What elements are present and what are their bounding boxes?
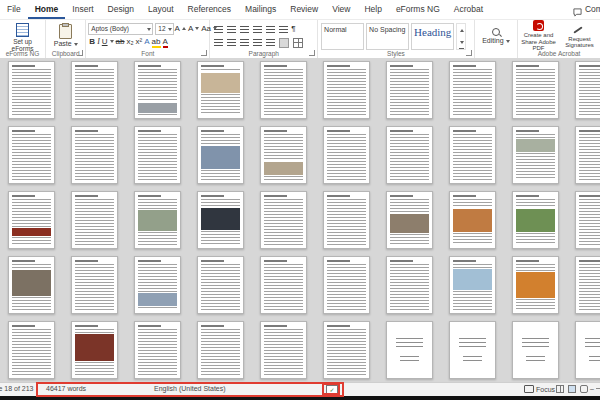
styles-dialog-launcher[interactable] [466,50,472,56]
proofing-icon[interactable]: ✓ [326,385,338,395]
page-indicator[interactable]: Page 18 of 213 [0,385,34,392]
underline-button[interactable]: U [101,36,115,48]
page-thumbnail[interactable] [449,191,496,249]
zoom-slider[interactable] [596,388,600,389]
tab-home[interactable]: Home [28,0,66,19]
scroll-up-icon[interactable] [460,26,464,32]
clipboard-dialog-launcher[interactable] [77,50,83,56]
zoom-out-icon[interactable]: – [590,385,594,392]
page-thumbnail[interactable] [323,61,370,119]
page-thumbnail[interactable] [71,126,118,184]
word-count[interactable]: 46417 words [46,385,86,392]
tab-review[interactable]: Review [283,0,325,19]
font-color-button[interactable]: A [162,36,169,48]
tab-references[interactable]: References [181,0,238,19]
page-thumbnail[interactable] [386,321,433,379]
decrease-indent-icon[interactable] [253,26,262,34]
create-pdf-button[interactable]: Create and Share Adobe PDF [520,20,557,52]
page-thumbnail[interactable] [197,321,244,379]
scroll-down-icon[interactable] [460,41,464,46]
page-thumbnail[interactable] [575,321,600,379]
font-size-select[interactable]: 12 [155,23,173,35]
style-normal[interactable]: Normal [321,23,364,50]
page-thumbnail[interactable] [323,321,370,379]
page-thumbnail[interactable] [449,126,496,184]
page-thumbnail[interactable] [575,191,600,249]
page-thumbnail[interactable] [71,256,118,314]
numbering-icon[interactable] [227,26,236,34]
tab-mailings[interactable]: Mailings [238,0,283,19]
page-thumbnail[interactable] [449,321,496,379]
tab-file[interactable]: File [0,0,28,19]
highlight-color-button[interactable]: ab [151,36,162,48]
page-thumbnail[interactable] [8,321,55,379]
bullets-icon[interactable] [214,26,223,34]
page-thumbnail[interactable] [386,191,433,249]
page-thumbnail[interactable] [260,191,307,249]
language-indicator[interactable]: English (United States) [154,385,226,392]
comments-button[interactable]: Comments [573,0,600,19]
page-thumbnail[interactable] [134,256,181,314]
style-no-spacing[interactable]: No Spacing [366,23,409,50]
paste-button[interactable]: Paste [54,23,78,48]
justify-icon[interactable] [253,39,262,47]
font-dialog-launcher[interactable] [201,50,207,56]
page-thumbnail[interactable] [197,61,244,119]
setup-eforms-button[interactable]: Set up eForms [2,23,43,52]
page-thumbnail[interactable] [8,191,55,249]
page-thumbnail[interactable] [512,321,559,379]
page-thumbnail[interactable] [260,321,307,379]
text-effects-button[interactable]: A [143,36,150,48]
line-spacing-icon[interactable] [266,39,275,47]
page-thumbnail[interactable] [449,61,496,119]
page-thumbnail[interactable] [8,126,55,184]
tab-eforms-ng[interactable]: eForms NG [389,0,447,19]
tab-design[interactable]: Design [101,0,141,19]
show-paragraph-marks-button[interactable]: ¶ [290,23,296,35]
borders-icon[interactable] [293,38,303,48]
strikethrough-button[interactable]: ab [115,36,126,48]
shading-icon[interactable] [279,38,289,48]
page-thumbnail[interactable] [197,191,244,249]
page-thumbnail[interactable] [512,126,559,184]
page-thumbnail[interactable] [323,256,370,314]
tab-layout[interactable]: Layout [141,0,181,19]
page-thumbnail[interactable] [134,126,181,184]
page-thumbnail[interactable] [323,191,370,249]
page-thumbnail[interactable] [71,321,118,379]
page-thumbnail[interactable] [386,256,433,314]
styles-gallery-scroll[interactable] [456,23,466,50]
zoom-control[interactable]: – [590,385,600,392]
page-thumbnail[interactable] [323,126,370,184]
page-thumbnail[interactable] [575,61,600,119]
align-right-icon[interactable] [240,39,249,47]
page-thumbnail[interactable] [134,61,181,119]
page-thumbnail[interactable] [134,191,181,249]
page-thumbnail[interactable] [449,256,496,314]
superscript-button[interactable]: x² [135,36,144,48]
align-left-icon[interactable] [214,39,223,47]
gallery-more-icon[interactable] [459,48,464,49]
print-layout-icon[interactable] [568,385,576,393]
bold-button[interactable]: B [88,36,96,48]
editing-button[interactable]: Editing [482,37,509,45]
page-thumbnail[interactable] [386,61,433,119]
page-thumbnail[interactable] [8,61,55,119]
tab-acrobat[interactable]: Acrobat [447,0,490,19]
shrink-font-button[interactable]: A [187,23,200,35]
paste-dropdown-icon[interactable] [74,43,78,48]
page-thumbnail[interactable] [71,61,118,119]
page-thumbnail[interactable] [8,256,55,314]
paragraph-dialog-launcher[interactable] [309,50,315,56]
increase-indent-icon[interactable] [266,26,275,34]
subscript-button[interactable]: x₂ [125,36,134,48]
page-thumbnail[interactable] [260,126,307,184]
page-thumbnail[interactable] [512,256,559,314]
tab-insert[interactable]: Insert [65,0,100,19]
page-thumbnail[interactable] [386,126,433,184]
page-thumbnail[interactable] [71,191,118,249]
style-heading[interactable]: Heading [411,23,454,50]
page-thumbnail[interactable] [575,126,600,184]
page-thumbnail[interactable] [575,256,600,314]
grow-font-button[interactable]: A [174,23,187,35]
